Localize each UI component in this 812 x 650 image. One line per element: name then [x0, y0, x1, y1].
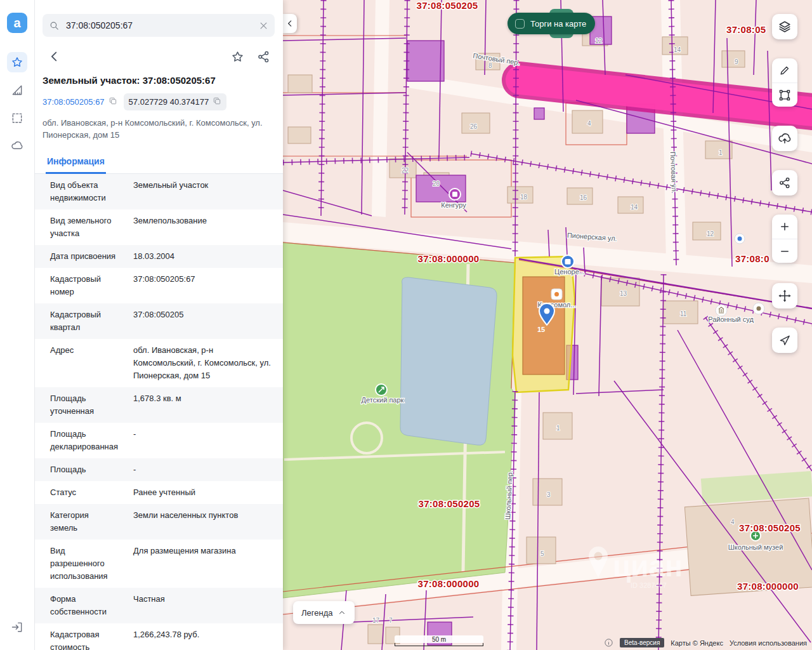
info-icon[interactable]: [604, 638, 613, 647]
select-area-rail-button[interactable]: [7, 108, 27, 128]
house-number: 4: [731, 519, 735, 526]
quarter-label: 37:08:050205: [418, 498, 480, 509]
pan-mode-button[interactable]: [772, 283, 797, 308]
row-label: Статус: [50, 486, 116, 499]
court-poi-icon[interactable]: [716, 305, 727, 316]
row-label: Дата присвоения: [50, 250, 116, 263]
copy-icon: [213, 96, 221, 105]
table-row: Вид разрешенного использованияДля размещ…: [35, 540, 283, 588]
poi-label: Районный суд: [708, 315, 754, 323]
shop-poi-badge[interactable]: [551, 289, 562, 300]
row-label: Площадь декларированная: [50, 428, 116, 453]
copy-cadastral-button[interactable]: [108, 96, 117, 107]
legend-label: Легенда: [301, 608, 332, 618]
house-number: 1: [719, 149, 723, 156]
zoom-out-button[interactable]: [772, 239, 797, 263]
auction-checkbox[interactable]: [515, 19, 525, 29]
favorite-button[interactable]: [231, 50, 244, 63]
house-number: 17: [372, 617, 380, 624]
row-value: -: [133, 428, 275, 453]
copy-coordinates-button[interactable]: [213, 96, 221, 107]
measure-tool-button[interactable]: [772, 58, 797, 83]
upload-button[interactable]: [772, 126, 797, 151]
cadastral-map-canvas[interactable]: 22 20 26 8 12 14 9 4 1 18 16 14 12 13 11…: [283, 0, 812, 650]
transit-poi-icon[interactable]: [735, 234, 745, 244]
search-input[interactable]: [65, 20, 254, 31]
quarter-label: 37:08:050205: [739, 522, 801, 533]
cenore-poi-icon[interactable]: [561, 255, 574, 268]
row-value: 18.03.2004: [133, 250, 275, 263]
row-value: 1,266,243.78 руб.: [133, 628, 275, 650]
tab-information[interactable]: Информация: [46, 151, 106, 174]
prosecutor-poi-icon[interactable]: [753, 303, 764, 314]
object-address: обл. Ивановская, р-н Комсомольский, г. К…: [43, 117, 275, 141]
auction-toggle[interactable]: Торги на карте: [508, 13, 595, 34]
share-map-button[interactable]: [772, 170, 797, 196]
house-number: 14: [631, 204, 638, 211]
icon-rail: a: [0, 0, 35, 650]
coordinates-text: 57.027729 40.374177: [129, 97, 209, 107]
watermark-id: ID 3287407: [631, 581, 667, 589]
park-label: Детский парк: [362, 396, 404, 404]
map-copyright[interactable]: Карты © Яндекс: [671, 639, 723, 647]
draw-tools-group: [772, 58, 797, 107]
table-row: Категория земельЗемли населенных пунктов: [35, 504, 283, 540]
table-row: СтатусРанее учтенный: [35, 481, 283, 504]
chips-row: 37:08:050205:67 57.027729 40.374177: [43, 93, 275, 110]
object-details-panel: Земельный участок: 37:08:050205:67 37:08…: [35, 0, 283, 650]
coordinates-chip[interactable]: 57.027729 40.374177: [124, 93, 227, 110]
row-value: Для размещения магазина: [133, 545, 275, 583]
scale-bar: 50 m: [395, 635, 483, 646]
row-label: Вид разрешенного использования: [50, 545, 116, 583]
row-label: Кадастровый номер: [50, 273, 116, 298]
panel-tabs: Информация: [35, 151, 283, 174]
draw-polygon-icon: [778, 89, 791, 102]
house-number: 3: [547, 491, 551, 498]
house-number: 8: [488, 62, 492, 69]
copy-icon: [108, 96, 117, 105]
poi-label: Ценоре...: [554, 268, 585, 275]
collapse-panel-button[interactable]: [283, 14, 297, 33]
locate-me-button[interactable]: [772, 328, 797, 353]
selected-house-number: 15: [537, 326, 545, 333]
street-label: Почтовая ул.: [669, 152, 678, 194]
edit-shape-button[interactable]: [772, 83, 797, 107]
house-number: 1: [556, 425, 560, 432]
map-area[interactable]: 22 20 26 8 12 14 9 4 1 18 16 14 12 13 11…: [283, 0, 812, 650]
park-layer: [283, 242, 515, 598]
row-label: Категория земель: [50, 509, 116, 534]
house-number: 18: [520, 194, 528, 201]
row-label: Адрес: [50, 344, 116, 382]
back-button[interactable]: [48, 50, 62, 63]
share-icon: [257, 50, 270, 63]
park-poi-icon[interactable]: [376, 384, 387, 395]
row-label: Кадастровая стоимость: [50, 628, 116, 650]
app-logo[interactable]: a: [7, 13, 27, 33]
table-row: Вид земельного участкаЗемлепользование: [35, 209, 283, 245]
plus-icon: [779, 221, 790, 232]
cadastral-number-chip[interactable]: 37:08:050205:67: [43, 96, 117, 107]
cloud-rail-button[interactable]: [7, 136, 27, 156]
table-row: Форма собственностиЧастная: [35, 588, 283, 623]
terms-link[interactable]: Условия использования: [730, 639, 807, 647]
zoom-in-button[interactable]: [772, 215, 797, 239]
map-attribution: Beta-версия Карты © Яндекс Условия испол…: [604, 638, 807, 647]
search-bar[interactable]: [43, 14, 275, 37]
row-value: 1,678.3 кв. м: [133, 392, 275, 418]
favorites-rail-button[interactable]: [7, 52, 27, 72]
pond: [400, 277, 497, 445]
poi-label: Кенгуру: [441, 201, 466, 209]
table-row: Кадастровая стоимость1,266,243.78 руб.: [35, 623, 283, 650]
legend-button[interactable]: Легенда: [293, 601, 355, 624]
logout-button[interactable]: [7, 617, 27, 637]
kenguru-poi-icon[interactable]: [449, 189, 461, 200]
measure-rail-button[interactable]: [7, 80, 27, 100]
set-square-icon: [11, 84, 23, 96]
row-label: Форма собственности: [50, 593, 116, 618]
clear-search-button[interactable]: [259, 21, 268, 30]
layers-button[interactable]: [772, 14, 797, 39]
close-icon: [259, 21, 268, 30]
share-button[interactable]: [257, 50, 270, 63]
house-number: 26: [470, 123, 478, 130]
table-row: Площадь декларированная-: [35, 423, 283, 458]
